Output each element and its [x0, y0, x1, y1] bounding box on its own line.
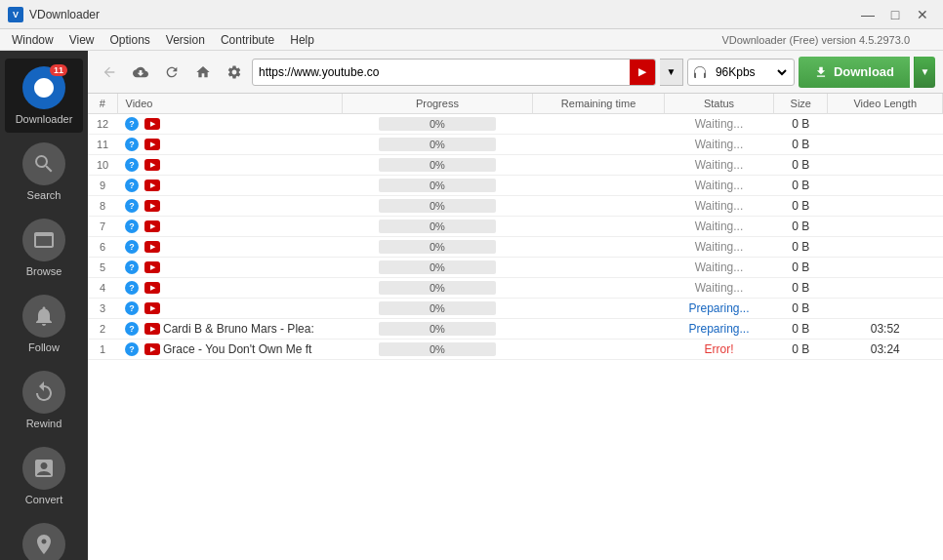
info-icon: ?	[125, 199, 139, 213]
convert-icon	[22, 447, 65, 490]
row-progress: 0%	[342, 258, 533, 278]
col-length: Video Length	[828, 94, 943, 114]
downloads-table-container: # Video Progress Remaining time Status S…	[88, 94, 943, 560]
row-progress: 0%	[342, 176, 533, 196]
row-size: 0 B	[774, 278, 828, 299]
row-number: 11	[88, 135, 117, 155]
row-number: 2	[88, 319, 117, 340]
row-length	[828, 237, 943, 258]
table-row[interactable]: 12 ? 0% Waiting... 0 B	[88, 114, 943, 135]
col-progress: Progress	[342, 94, 533, 114]
minimize-button[interactable]: —	[855, 5, 881, 24]
row-status: Preparing...	[664, 319, 773, 340]
row-remaining	[533, 155, 665, 176]
download-dropdown-button[interactable]: ▼	[914, 57, 935, 88]
download-button[interactable]: Download	[799, 57, 910, 88]
sidebar-item-search[interactable]: Search	[5, 135, 83, 209]
sidebar-item-convert[interactable]: Convert	[5, 439, 83, 513]
info-icon: ?	[125, 301, 139, 315]
table-row[interactable]: 11 ? 0% Waiting... 0 B	[88, 135, 943, 155]
sidebar-item-browse[interactable]: Browse	[5, 211, 83, 285]
row-number: 7	[88, 217, 117, 237]
home-button[interactable]	[189, 59, 217, 86]
row-remaining	[533, 237, 665, 258]
version-text: VDownloader (Free) version 4.5.2973.0	[721, 34, 939, 46]
row-length	[828, 299, 943, 319]
quality-wrapper: 96Kpbs 128Kpbs 192Kpbs 320Kpbs	[687, 59, 795, 86]
youtube-icon	[144, 159, 160, 171]
url-dropdown-button[interactable]: ▼	[660, 59, 683, 86]
youtube-icon: ▶	[630, 60, 655, 85]
menu-version[interactable]: Version	[158, 31, 213, 49]
sidebar-item-downloader[interactable]: 11 Downloader	[5, 59, 83, 133]
table-row[interactable]: 10 ? 0% Waiting... 0 B	[88, 155, 943, 176]
row-size: 0 B	[774, 135, 828, 155]
table-body: 12 ? 0% Waiting... 0 B 11 ?	[88, 114, 943, 360]
table-row[interactable]: 6 ? 0% Waiting... 0 B	[88, 237, 943, 258]
row-number: 1	[88, 340, 117, 360]
title-bar: V VDownloader — □ ✕	[0, 0, 943, 29]
table-row[interactable]: 9 ? 0% Waiting... 0 B	[88, 176, 943, 196]
toolbar: ▶ ▼ 96Kpbs 128Kpbs 192Kpbs 320Kpbs Downl…	[88, 51, 943, 94]
search-icon	[22, 142, 65, 185]
url-input[interactable]	[253, 65, 630, 79]
row-status: Preparing...	[664, 299, 773, 319]
row-size: 0 B	[774, 237, 828, 258]
row-remaining	[533, 278, 665, 299]
info-icon: ?	[125, 220, 139, 233]
row-remaining	[533, 217, 665, 237]
row-number: 3	[88, 299, 117, 319]
table-row[interactable]: 3 ? 0% Preparing... 0 B	[88, 299, 943, 319]
menu-view[interactable]: View	[62, 31, 102, 49]
youtube-icon	[144, 241, 160, 253]
table-row[interactable]: 7 ? 0% Waiting... 0 B	[88, 217, 943, 237]
quality-select[interactable]: 96Kpbs 128Kpbs 192Kpbs 320Kpbs	[712, 64, 790, 80]
browse-icon	[22, 219, 65, 261]
table-row[interactable]: 5 ? 0% Waiting... 0 B	[88, 258, 943, 278]
row-video: ?	[117, 196, 342, 217]
window-controls: — □ ✕	[855, 5, 935, 24]
row-size: 0 B	[774, 196, 828, 217]
youtube-icon	[144, 343, 160, 355]
row-remaining	[533, 176, 665, 196]
youtube-icon	[144, 261, 160, 273]
info-icon: ?	[125, 158, 139, 172]
table-row[interactable]: 4 ? 0% Waiting... 0 B	[88, 278, 943, 299]
row-remaining	[533, 114, 665, 135]
row-progress: 0%	[342, 135, 533, 155]
sidebar-item-burn[interactable]: Burn!	[5, 515, 83, 560]
sidebar: 11 Downloader Search Browse	[0, 51, 88, 560]
row-remaining	[533, 319, 665, 340]
info-icon: ?	[125, 342, 139, 356]
row-status: Waiting...	[664, 155, 773, 176]
info-icon: ?	[125, 179, 139, 192]
table-row[interactable]: 1 ? Grace - You Don't Own Me ft 0% Error…	[88, 340, 943, 360]
row-length	[828, 176, 943, 196]
maximize-button[interactable]: □	[882, 5, 908, 24]
menu-window[interactable]: Window	[4, 31, 62, 49]
burn-icon	[22, 523, 65, 560]
info-icon: ?	[125, 322, 139, 336]
refresh-button[interactable]	[158, 59, 185, 86]
row-size: 0 B	[774, 114, 828, 135]
row-number: 4	[88, 278, 117, 299]
table-row[interactable]: 8 ? 0% Waiting... 0 B	[88, 196, 943, 217]
sidebar-label-search: Search	[27, 189, 62, 201]
video-title: Grace - You Don't Own Me ft	[163, 342, 311, 356]
menu-help[interactable]: Help	[282, 31, 322, 49]
menu-options[interactable]: Options	[102, 31, 157, 49]
menu-contribute[interactable]: Contribute	[213, 31, 282, 49]
back-button[interactable]	[96, 59, 123, 86]
table-row[interactable]: 2 ? Cardi B & Bruno Mars - Plea: 0% Prep…	[88, 319, 943, 340]
info-icon: ?	[125, 240, 139, 254]
sidebar-item-rewind[interactable]: Rewind	[5, 363, 83, 437]
badge: 11	[50, 64, 67, 76]
sidebar-label-follow: Follow	[28, 341, 60, 353]
sidebar-item-follow[interactable]: Follow	[5, 287, 83, 361]
close-button[interactable]: ✕	[910, 5, 935, 24]
app-icon: V	[8, 7, 23, 22]
settings-button[interactable]	[221, 59, 248, 86]
row-size: 0 B	[774, 299, 828, 319]
cloud-button[interactable]	[127, 59, 154, 86]
sidebar-label-rewind: Rewind	[26, 418, 62, 429]
